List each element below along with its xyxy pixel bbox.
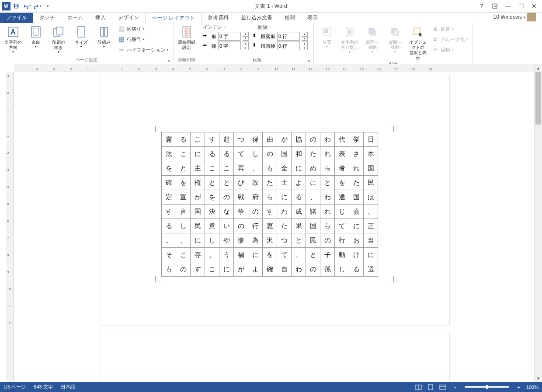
genkou-cell[interactable]: る [219, 147, 234, 161]
genkou-cell[interactable]: こ [191, 132, 205, 147]
genkou-cell[interactable]: 日 [364, 132, 378, 147]
genkou-cell[interactable]: の [234, 219, 248, 233]
tab-touch[interactable]: タッチ [33, 13, 61, 23]
genkou-cell[interactable]: 法 [162, 147, 176, 161]
space-after-input[interactable] [277, 42, 300, 50]
genkou-cell[interactable]: 協 [292, 132, 306, 147]
genkou-cell[interactable]: 本 [364, 147, 378, 161]
genkou-cell[interactable]: こ [176, 147, 191, 161]
user-account[interactable]: 10 Windows ▾ [493, 13, 536, 21]
space-after-spinner[interactable]: ▲▼ [302, 42, 308, 50]
redo-button[interactable]: ▾ [32, 1, 42, 11]
indent-left-spinner[interactable]: ▲▼ [243, 32, 249, 41]
genkou-cell[interactable]: る [176, 132, 191, 147]
tab-references[interactable]: 参考資料 [202, 13, 235, 23]
genkou-cell[interactable]: 定 [162, 190, 176, 205]
genkou-cell[interactable]: の [176, 262, 191, 277]
send-backward-button[interactable]: 背面へ 移動▾ [385, 24, 406, 54]
genkou-cell[interactable]: 和 [292, 147, 306, 161]
genkou-cell[interactable]: す [263, 205, 277, 219]
genkou-cell[interactable]: 争 [234, 205, 248, 219]
minimize-button[interactable]: — [502, 1, 514, 11]
zoom-in-button[interactable]: + [514, 383, 524, 391]
genkou-cell[interactable]: 国 [349, 190, 364, 205]
genkou-cell[interactable]: 惨 [234, 233, 248, 248]
genkou-cell[interactable]: 民 [306, 233, 320, 248]
genkou-cell[interactable]: 再 [234, 161, 248, 176]
genkou-cell[interactable]: 自 [277, 262, 292, 277]
close-button[interactable]: ✕ [528, 1, 540, 11]
print-layout-button[interactable] [426, 383, 435, 391]
genkou-cell[interactable]: の [306, 132, 320, 147]
genkou-cell[interactable]: び [234, 176, 248, 190]
language-indicator[interactable]: 日本語 [61, 384, 75, 390]
genkou-cell[interactable]: る [349, 262, 364, 277]
genkou-cell[interactable]: 由 [263, 132, 277, 147]
genkou-cell[interactable]: が [191, 190, 205, 205]
indent-right-input[interactable] [218, 42, 241, 50]
genkou-cell[interactable]: る [292, 190, 306, 205]
genkou-cell[interactable]: 主 [191, 161, 205, 176]
group-button[interactable]: ⧉グループ化▾ [430, 35, 470, 44]
genkou-cell[interactable]: 意 [205, 219, 219, 233]
tab-review[interactable]: 校閲 [278, 13, 301, 23]
selection-pane-button[interactable]: オブジェクトの 選択と表示 [407, 24, 428, 61]
indent-right-spinner[interactable]: ▲▼ [243, 42, 249, 50]
genkou-cell[interactable]: 者 [335, 161, 349, 176]
genkou-cell[interactable]: 、 [248, 161, 263, 176]
genkou-cell[interactable]: ら [320, 161, 335, 176]
genkou-cell[interactable]: 選 [364, 262, 378, 277]
horizontal-ruler[interactable]: 432112345678910111213141516171819 [14, 64, 534, 72]
help-button[interactable]: ? [476, 1, 488, 11]
genkou-cell[interactable]: わ [277, 205, 292, 219]
genkou-cell[interactable]: 起 [219, 132, 234, 147]
columns-button[interactable]: 段組み ▾ [94, 24, 115, 49]
genkou-cell[interactable]: 。 [162, 233, 176, 248]
genkou-cell[interactable]: と [176, 161, 191, 176]
genkou-cell[interactable]: て [277, 248, 292, 262]
genkou-cell[interactable]: た [306, 147, 320, 161]
hyphenation-button[interactable]: bcハイフネーション▾ [116, 45, 170, 55]
genkou-cell[interactable]: 子 [320, 248, 335, 262]
genkou-cell[interactable]: れ [349, 161, 364, 176]
genkou-cell[interactable]: 恵 [263, 219, 277, 233]
genkou-cell[interactable]: 行 [248, 219, 263, 233]
zoom-slider[interactable] [465, 386, 509, 388]
scroll-down-button[interactable]: ▼ [535, 375, 542, 382]
genkou-cell[interactable]: を [335, 176, 349, 190]
scrollbar-thumb[interactable] [535, 72, 541, 125]
genkou-cell[interactable]: 禍 [234, 248, 248, 262]
bring-forward-button[interactable]: 前面へ 移動▾ [362, 24, 383, 54]
read-mode-button[interactable] [413, 383, 423, 391]
genkou-cell[interactable]: れ [320, 205, 335, 219]
genkou-cell[interactable]: を [263, 248, 277, 262]
position-button[interactable]: 位置▾ [316, 24, 337, 49]
page-setup-dialog-launcher[interactable]: ⬊ [167, 59, 170, 63]
genkou-cell[interactable]: 果 [292, 219, 306, 233]
tab-view[interactable]: 表示 [301, 13, 324, 23]
genkou-cell[interactable]: お [349, 233, 364, 248]
document-canvas[interactable]: 日本国民は、正当に選挙された国会における代表者を通じて行動しわれらとわれらの子孫… [14, 72, 534, 382]
genkou-cell[interactable]: 正 [364, 219, 378, 233]
genkou-cell[interactable]: 言 [176, 205, 191, 219]
genkou-cell[interactable]: 沢 [263, 233, 277, 248]
genkou-cell[interactable]: 戦 [234, 190, 248, 205]
genkou-cell[interactable]: め [306, 161, 320, 176]
genkou-cell[interactable]: 全 [277, 161, 292, 176]
genkou-cell[interactable]: こ [219, 161, 234, 176]
genkou-cell[interactable]: の [306, 262, 320, 277]
genkou-cell[interactable]: す [162, 205, 176, 219]
genkou-cell[interactable]: よ [248, 262, 263, 277]
genkou-cell[interactable]: と [320, 176, 335, 190]
genkou-cell[interactable]: 、 [364, 205, 378, 219]
genkou-cell[interactable]: よ [292, 176, 306, 190]
qat-customize-button[interactable]: ▾ [43, 1, 52, 11]
genkou-cell[interactable]: 成 [292, 205, 306, 219]
tab-insert[interactable]: 挿入 [89, 13, 112, 23]
wrap-text-button[interactable]: 文字列の 折り返し▾ [339, 24, 360, 54]
genkou-cell[interactable]: 会 [349, 205, 364, 219]
genkou-cell[interactable]: 確 [263, 262, 277, 277]
genkou-cell[interactable]: が [277, 132, 292, 147]
genkou-cell[interactable]: も [263, 161, 277, 176]
genkou-cell[interactable]: ら [320, 219, 335, 233]
